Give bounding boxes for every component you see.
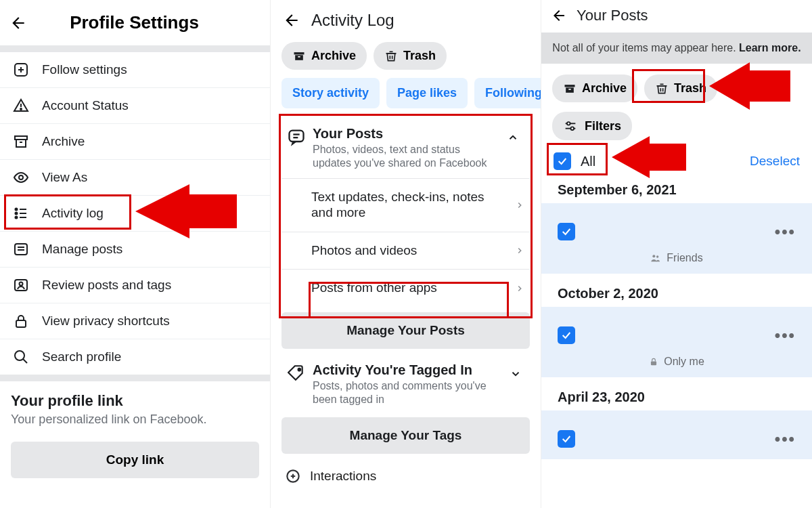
notice-text: Not all of your items may appear here. xyxy=(552,42,739,54)
page-title: Activity Log xyxy=(311,11,394,30)
select-all-row: All 40 Deselect xyxy=(541,147,812,177)
trash-chip[interactable]: Trash xyxy=(374,42,447,70)
deselect-link[interactable]: Deselect xyxy=(750,154,800,169)
filter-chips: Story activity Page likes Following xyxy=(271,78,541,115)
svg-rect-20 xyxy=(16,320,26,327)
chip-story-activity[interactable]: Story activity xyxy=(281,78,380,108)
svg-point-21 xyxy=(15,351,24,360)
label: Archive xyxy=(582,81,627,96)
highlight-activity-log xyxy=(4,194,131,230)
profile-link-title: Your profile link xyxy=(0,381,270,412)
row-archive[interactable]: Archive xyxy=(0,124,270,160)
interactions-row[interactable]: Interactions xyxy=(271,454,541,499)
profile-settings-pane: Profile Settings Follow settings Account… xyxy=(0,0,271,508)
svg-rect-38 xyxy=(568,89,570,90)
copy-link-button[interactable]: Copy link xyxy=(11,442,259,478)
archive-chip[interactable]: Archive xyxy=(281,42,367,70)
label: Trash xyxy=(403,49,436,63)
post-checkbox[interactable] xyxy=(558,326,575,344)
back-arrow-icon[interactable] xyxy=(283,12,300,29)
post-item[interactable]: ••• Friends xyxy=(541,203,812,274)
chip-page-likes[interactable]: Page likes xyxy=(386,78,468,108)
red-arrow-icon xyxy=(709,62,790,110)
pane1-header: Profile Settings xyxy=(0,0,270,45)
archive-box-icon xyxy=(11,133,31,150)
date-header: April 23, 2020 xyxy=(541,384,812,410)
date-header: October 2, 2020 xyxy=(541,280,812,307)
manage-your-tags-button[interactable]: Manage Your Tags xyxy=(281,417,530,454)
more-options-icon[interactable]: ••• xyxy=(775,222,796,241)
page-title: Your Posts xyxy=(577,7,648,24)
search-icon xyxy=(11,349,31,365)
learn-more-link[interactable]: Learn more. xyxy=(739,42,801,54)
label: Interactions xyxy=(310,469,376,484)
back-arrow-icon[interactable] xyxy=(551,7,567,24)
svg-rect-26 xyxy=(298,56,300,58)
row-follow-settings[interactable]: Follow settings xyxy=(0,52,270,88)
row-review-posts[interactable]: Review posts and tags xyxy=(0,268,270,303)
svg-marker-48 xyxy=(612,136,686,178)
label: Archive xyxy=(311,49,356,63)
svg-point-49 xyxy=(653,255,656,257)
date-header: September 6, 2021 xyxy=(541,177,812,203)
label: Follow settings xyxy=(42,62,127,77)
svg-rect-36 xyxy=(565,85,575,87)
activity-log-pane: Activity Log Archive Trash Story activit… xyxy=(271,0,541,508)
notice-banner: Not all of your items may appear here. L… xyxy=(541,33,812,64)
lock-icon xyxy=(649,357,658,366)
post-item[interactable]: ••• xyxy=(541,410,812,459)
interactions-icon xyxy=(284,467,302,485)
svg-point-8 xyxy=(19,175,23,179)
svg-point-45 xyxy=(567,122,570,125)
tagged-title: Activity You're Tagged In xyxy=(313,362,504,378)
chip-following[interactable]: Following xyxy=(474,78,541,108)
action-chips: Archive Trash xyxy=(541,64,812,109)
red-arrow-icon xyxy=(135,184,237,238)
eye-icon xyxy=(11,169,31,186)
audience: Friends xyxy=(541,252,812,274)
label: Filters xyxy=(585,119,621,133)
tag-icon xyxy=(284,362,309,381)
archive-icon xyxy=(563,82,577,96)
chevron-down-icon xyxy=(504,362,527,385)
plus-box-icon xyxy=(11,62,31,78)
svg-rect-25 xyxy=(295,55,303,60)
lock-icon xyxy=(11,313,31,329)
tagged-subtitle: Posts, photos and comments you've been t… xyxy=(313,379,504,406)
row-account-status[interactable]: Account Status xyxy=(0,88,270,124)
svg-marker-23 xyxy=(135,184,237,238)
svg-line-22 xyxy=(23,359,27,363)
post-item[interactable]: ••• Only me xyxy=(541,307,812,377)
archive-chip[interactable]: Archive xyxy=(552,75,637,102)
highlight-trash xyxy=(632,69,705,103)
more-options-icon[interactable]: ••• xyxy=(775,429,796,448)
page-title: Profile Settings xyxy=(8,12,261,33)
red-arrow-icon xyxy=(612,136,686,178)
divider xyxy=(0,45,270,52)
row-search-profile[interactable]: Search profile xyxy=(0,339,270,375)
archive-icon xyxy=(292,49,306,63)
audience-label: Only me xyxy=(664,356,704,368)
row-privacy-shortcuts[interactable]: View privacy shortcuts xyxy=(0,303,270,339)
divider xyxy=(0,375,270,381)
label: Account Status xyxy=(42,98,129,113)
svg-point-34 xyxy=(298,368,300,371)
post-checkbox[interactable] xyxy=(558,223,575,240)
label: Search profile xyxy=(42,350,121,364)
svg-rect-24 xyxy=(294,52,304,54)
trash-icon xyxy=(384,49,398,63)
svg-point-50 xyxy=(656,255,658,257)
audience-label: Friends xyxy=(667,252,702,264)
svg-point-19 xyxy=(20,282,23,286)
your-posts-pane: Your Posts Not all of your items may app… xyxy=(541,0,812,508)
profile-link-subtitle: Your personalized link on Facebook. xyxy=(0,412,270,436)
more-options-icon[interactable]: ••• xyxy=(775,326,796,345)
tagged-section[interactable]: Activity You're Tagged In Posts, photos … xyxy=(271,349,541,406)
label: View As xyxy=(42,170,87,185)
your-posts-card: Your Posts Photos, videos, text and stat… xyxy=(281,115,530,349)
svg-rect-6 xyxy=(16,140,26,147)
label: Manage posts xyxy=(42,242,122,257)
post-checkbox[interactable] xyxy=(558,430,575,448)
svg-rect-37 xyxy=(566,87,574,93)
warning-triangle-icon xyxy=(11,98,31,114)
